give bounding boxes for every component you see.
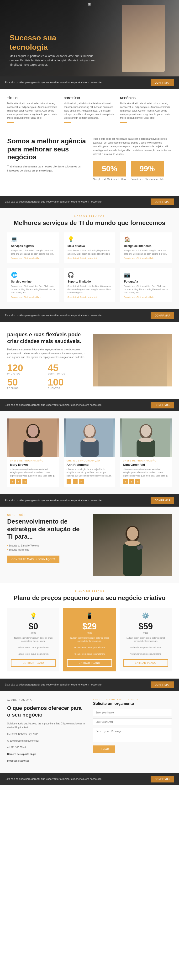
team-card-body-3: Chefe de programação Nina Greenfeld Clie… <box>120 457 172 487</box>
about-section: SOBRE NÓS Desenvolvimento de estratégia … <box>0 507 179 583</box>
cookie-banner-1: Esta são cookies para garantir que você … <box>0 76 179 89</box>
col1-line <box>7 122 14 123</box>
team-silhouette-2 <box>64 418 116 457</box>
service-desc-5: Sample text. Click to edit the Box. Clic… <box>68 285 112 294</box>
parks-image-overlay <box>98 339 167 387</box>
cookie-confirm-btn-7[interactable]: CONFIRMAR <box>150 776 174 783</box>
cookie-banner-2: Esta são cookies para garantir que você … <box>0 196 179 208</box>
team-twitter-3[interactable]: t <box>129 479 134 484</box>
service-icon-6: 📷 <box>124 272 168 278</box>
pricing-section: PLANO DE PREÇOS Plano de preços pequeno … <box>0 583 179 678</box>
pricing-desc-2: Nullam etiam lorem ipsum dolor sit amet … <box>67 636 112 656</box>
agency-left: Somos a melhor agência para melhorar seu… <box>7 137 86 173</box>
team-facebook-2[interactable]: f <box>67 479 71 484</box>
cookie-banner-6: Esta são cookies para garantir que você … <box>0 679 179 691</box>
service-desc-2: Sample text. Click to edit. Fringilla pu… <box>68 249 112 256</box>
contact-description: Solicite o apoio we. Há vezo the is pode… <box>7 722 86 729</box>
cookie-banner-3: Esta são cookies para garantir que você … <box>0 309 179 322</box>
col2-title: CONTEÚDO <box>64 96 116 100</box>
cookie-confirm-btn-1[interactable]: CONFIRMAR <box>150 79 174 86</box>
parks-label-1: PROJETOS <box>7 372 45 375</box>
cookie-text-4: Esta são cookies para garantir que você … <box>5 403 102 407</box>
svg-point-16 <box>127 527 138 540</box>
col3-text: Mollis etincid, elit duis sit adiet dolo… <box>120 102 172 120</box>
svg-point-4 <box>26 438 40 442</box>
pricing-title: Plano de preços pequeno para seu negócio… <box>7 594 172 602</box>
team-linkedin-2[interactable]: in <box>79 479 84 484</box>
team-facebook-1[interactable]: f <box>10 479 15 484</box>
pricing-btn-1[interactable]: ENTRAR PLANO <box>11 659 55 667</box>
pricing-icon-3: ⚙️ <box>124 612 168 619</box>
about-title: Desenvolvimento de estratégia de solução… <box>7 518 86 540</box>
hero-subtitle: Mollis aliquet ut porttitor leo a lorem.… <box>10 54 100 67</box>
team-twitter-1[interactable]: t <box>16 479 21 484</box>
hero-background: ⊞ Sucesso sua tecnologia Mollis aliquet … <box>0 0 179 76</box>
stat2-num: 99% <box>135 164 160 173</box>
agency-section: Somos a melhor agência para melhorar seu… <box>0 127 179 196</box>
service-desc-4: Sample text. Click to edit the Box. Clic… <box>11 285 55 294</box>
contact-form-title: Solicite um orçamento <box>93 702 172 706</box>
team-facebook-3[interactable]: f <box>123 479 128 484</box>
service-icon-3: 🏠 <box>124 236 168 242</box>
pricing-btn-2[interactable]: ENTRAR PLANO <box>67 659 112 667</box>
three-col-section: TÍTULO Mollis etincid, elit duis sit adi… <box>0 89 179 127</box>
submit-button[interactable]: ENVIAR <box>93 745 115 753</box>
cookie-confirm-btn-3[interactable]: CONFIRMAR <box>150 312 174 319</box>
team-linkedin-1[interactable]: in <box>22 479 27 484</box>
parks-num-2: 45 <box>48 363 86 372</box>
agency-stat2: 99% Sample text. Click to select link <box>131 161 164 186</box>
team-role-3: Chefe de programação <box>123 460 169 462</box>
service-desc-6: Sample text. Click to edit the Box. Clic… <box>124 285 168 294</box>
service-icon-5: 🎧 <box>68 272 112 278</box>
hero-icon: ⊞ <box>88 2 91 6</box>
stat2-label: Sample text. Click to select link <box>131 177 164 181</box>
contact-form-label: ENTRE EM CONTATO CONOSCO <box>93 698 172 700</box>
service-link-6[interactable]: Sample text. Click to select link <box>124 296 168 298</box>
service-link-1[interactable]: Sample text. Click to select link <box>11 257 55 259</box>
cookie-confirm-btn-2[interactable]: CONFIRMAR <box>150 199 174 205</box>
service-link-5[interactable]: Sample text. Click to select link <box>68 296 112 298</box>
service-desc-3: Sample text. Click to edit. Fringilla pu… <box>124 249 168 256</box>
service-icon-2: 💡 <box>68 236 112 242</box>
parks-image <box>93 334 172 387</box>
hero-section: ⊞ Sucesso sua tecnologia Mollis aliquet … <box>0 0 179 76</box>
parks-num-3: 50 <box>7 377 45 387</box>
contact-phone2: (+09) 6564 5690 565 <box>7 759 86 763</box>
parks-stat-4: 100 CLIENTES <box>48 377 86 389</box>
message-textarea[interactable] <box>93 728 172 742</box>
service-item-5: 🎧 Suporte ilimitado Sample text. Click t… <box>64 268 116 302</box>
services-title: Melhores serviços de TI do mundo que for… <box>7 219 172 227</box>
svg-rect-3 <box>24 440 43 457</box>
email-input[interactable] <box>93 719 172 725</box>
cookie-text-3: Esta são cookies para garantir que você … <box>5 313 102 317</box>
team-name-1: Mary Brown <box>10 463 56 466</box>
col3-title: NEGÓCIOS <box>120 96 172 100</box>
pricing-per-2: /mês <box>67 632 112 634</box>
pricing-amount-3: $59 <box>124 622 168 632</box>
cookie-confirm-btn-5[interactable]: CONFIRMAR <box>150 497 174 504</box>
service-link-3[interactable]: Sample text. Click to select link <box>124 257 168 259</box>
svg-point-2 <box>28 425 38 437</box>
cookie-confirm-btn-4[interactable]: CONFIRMAR <box>150 402 174 409</box>
cookie-confirm-btn-6[interactable]: CONFIRMAR <box>150 681 174 688</box>
service-item-2: 💡 Ideia criativa Sample text. Click to e… <box>64 232 116 263</box>
service-link-4[interactable]: Sample text. Click to select link <box>11 296 55 298</box>
parks-stat-2: 45 ESCRITÓRIOS <box>48 363 86 375</box>
team-twitter-2[interactable]: t <box>73 479 78 484</box>
team-linkedin-3[interactable]: in <box>135 479 140 484</box>
parks-description: Designers e urbanistas há primeira espaç… <box>7 348 86 359</box>
contact-odd: O que parece um pouco cruel <box>7 739 86 743</box>
stat1-num: 50% <box>97 164 122 173</box>
parks-stat-1: 120 PROJETOS <box>7 363 45 375</box>
services-grid: 💻 Serviços digitais Sample text. Click t… <box>7 232 172 302</box>
about-cta-btn[interactable]: CONSULTE MAIS INFORMAÇÕES <box>7 555 59 563</box>
pricing-btn-3[interactable]: ENTRAR PLANO <box>124 659 168 667</box>
pricing-amount-1: $0 <box>11 622 55 632</box>
pricing-per-3: /mês <box>124 632 168 634</box>
name-input[interactable] <box>93 709 172 716</box>
service-link-2[interactable]: Sample text. Click to select link <box>68 257 112 259</box>
col1-text: Mollis etincid, elit duis sit adiet dolo… <box>7 102 59 120</box>
team-card-3: Chefe de programação Nina Greenfeld Clie… <box>120 418 172 487</box>
parks-num-4: 100 <box>48 377 86 387</box>
team-card-2: Chefe de programação Ann Richmond Client… <box>64 418 116 487</box>
